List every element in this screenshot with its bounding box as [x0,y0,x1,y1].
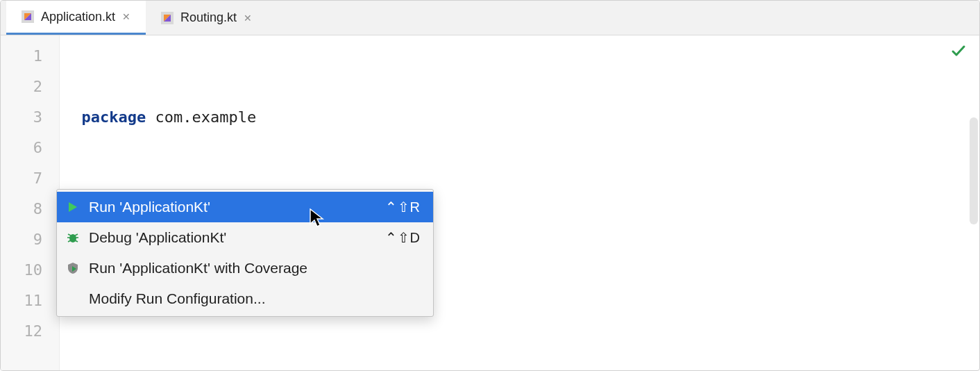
menu-item-run-coverage[interactable]: Run 'ApplicationKt' with Coverage [57,253,433,283]
kotlin-file-icon [22,10,34,23]
bug-icon [65,231,81,244]
svg-line-10 [68,234,71,236]
svg-line-11 [75,234,78,236]
svg-line-12 [68,240,71,242]
menu-shortcut: ⌃⇧D [385,229,421,246]
line-number: 9 [1,224,42,255]
tab-application[interactable]: Application.kt ✕ [6,1,146,35]
run-icon [65,201,81,213]
line-number: 1 [1,41,42,72]
tab-routing[interactable]: Routing.kt ✕ [146,1,267,35]
line-number: 8 [1,194,42,224]
run-context-menu: Run 'ApplicationKt' ⌃⇧R Debug 'Applicati… [56,189,434,317]
line-number: 10 [1,255,42,286]
keyword: package [82,108,146,126]
code-line: package com.example [63,102,979,133]
menu-item-debug[interactable]: Debug 'ApplicationKt' ⌃⇧D [57,222,433,253]
tab-label: Routing.kt [180,10,237,25]
menu-label: Modify Run Configuration... [89,290,421,307]
menu-label: Run 'ApplicationKt' with Coverage [89,260,421,277]
package-name: com.example [155,108,256,126]
close-icon[interactable]: ✕ [244,13,252,23]
kotlin-file-icon [161,12,174,24]
line-number: 12 [1,316,42,347]
line-number: 3 [1,102,42,133]
line-number: 2 [1,72,42,102]
svg-line-13 [75,240,78,242]
close-icon[interactable]: ✕ [122,12,130,22]
coverage-icon [65,262,81,274]
menu-label: Debug 'ApplicationKt' [89,229,377,246]
menu-item-modify-config[interactable]: Modify Run Configuration... [57,283,433,314]
editor-tabs: Application.kt ✕ Routing.kt ✕ [1,1,979,35]
tab-label: Application.kt [41,10,115,24]
menu-label: Run 'ApplicationKt' [89,199,377,215]
menu-shortcut: ⌃⇧R [385,199,421,215]
svg-marker-6 [69,202,77,212]
line-number: 11 [1,286,42,316]
line-number: 6 [1,133,42,163]
menu-item-run[interactable]: Run 'ApplicationKt' ⌃⇧R [57,192,433,222]
line-number-gutter: 1 2 3 6 7 8 9 10 11 12 [1,35,60,370]
line-number: 7 [1,163,42,194]
